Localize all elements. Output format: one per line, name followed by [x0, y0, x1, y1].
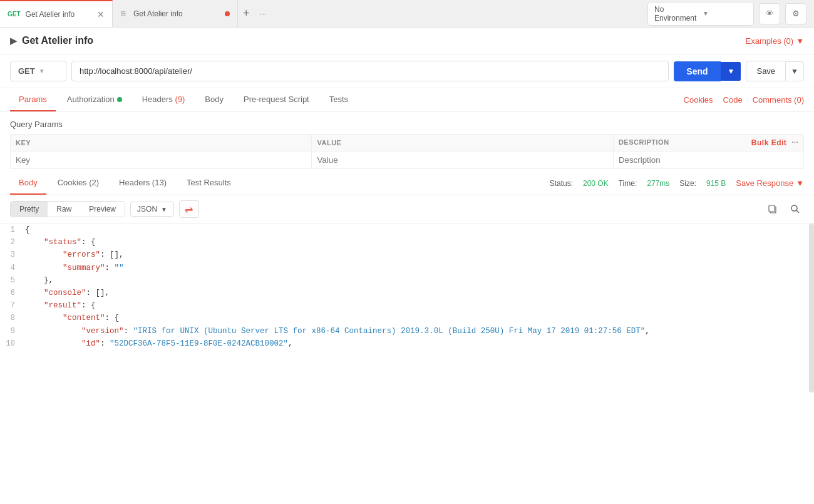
tab-tests[interactable]: Tests — [321, 88, 357, 111]
more-icon[interactable]: ··· — [791, 138, 798, 146]
chevron-down-icon: ▼ — [161, 206, 167, 213]
tab-spacer — [271, 0, 640, 27]
search-button[interactable] — [786, 200, 804, 218]
res-tab-test-results[interactable]: Test Results — [178, 172, 240, 195]
value-column-header: VALUE — [312, 135, 613, 152]
desc-cell[interactable] — [613, 152, 803, 169]
table-row — [11, 152, 804, 169]
raw-button[interactable]: Raw — [48, 202, 80, 217]
status-value: 200 OK — [583, 179, 609, 188]
wrap-button[interactable]: ⇌ — [179, 200, 199, 218]
json-label: JSON — [137, 205, 157, 213]
save-dropdown-button[interactable]: ▼ — [785, 61, 804, 81]
tab-more-button[interactable]: ··· — [255, 0, 272, 27]
preview-button[interactable]: Preview — [80, 202, 125, 217]
env-section: No Environment ▼ 👁 ⚙ — [640, 0, 814, 27]
send-button-group: Send ▼ — [674, 61, 741, 81]
time-value: 277ms — [647, 179, 669, 188]
save-button[interactable]: Save — [746, 61, 785, 81]
query-params-title: Query Params — [10, 120, 804, 129]
svg-line-3 — [796, 210, 799, 213]
value-input[interactable] — [317, 155, 607, 165]
eye-icon: 👁 — [766, 9, 774, 18]
time-label: Time: — [619, 179, 637, 188]
request-title-area: ▶ Get Atelier info — [10, 35, 93, 46]
bulk-edit-button[interactable]: Bulk Edit — [751, 138, 787, 147]
response-toolbar: Pretty Raw Preview JSON ▼ ⇌ — [0, 195, 814, 224]
res-tab-headers[interactable]: Headers (13) — [110, 172, 175, 195]
chevron-down-icon: ▼ — [796, 178, 804, 188]
tab-body[interactable]: Body — [196, 88, 232, 111]
response-tabs-nav: Body Cookies (2) Headers (13) Test Resul… — [0, 172, 814, 195]
save-response-label: Save Response — [736, 178, 793, 188]
code-line-4: 4 "summary": "" — [0, 262, 814, 274]
tab-params[interactable]: Params — [10, 88, 56, 111]
method-select[interactable]: GET ▼ — [10, 61, 66, 81]
tab-close-button[interactable]: ✕ — [97, 9, 105, 19]
tab-active-title: Get Atelier info — [26, 10, 92, 19]
examples-label: Examples (0) — [746, 36, 794, 46]
tab-authorization[interactable]: Authorization — [58, 88, 131, 111]
params-header-row: KEY VALUE DESCRIPTION ··· Bulk Edit — [11, 135, 804, 152]
code-link[interactable]: Code — [723, 95, 743, 105]
method-chevron-icon: ▼ — [39, 68, 45, 75]
tab-add-button[interactable]: + — [238, 0, 255, 27]
tab-active[interactable]: GET Get Atelier info ✕ — [0, 0, 113, 27]
save-button-group: Save ▼ — [746, 61, 804, 81]
code-line-3: 3 "errors": [], — [0, 249, 814, 261]
expand-arrow-icon[interactable]: ▶ — [10, 36, 17, 46]
search-icon — [790, 204, 800, 214]
key-cell[interactable] — [11, 152, 312, 169]
gear-button[interactable]: ⚙ — [785, 3, 806, 24]
url-bar: GET ▼ Send ▼ Save ▼ — [0, 54, 814, 88]
pretty-button[interactable]: Pretty — [11, 202, 48, 217]
res-tab-body[interactable]: Body — [10, 172, 46, 195]
query-params-section: Query Params KEY VALUE DESCRIPTION ··· B… — [0, 112, 814, 169]
format-group: Pretty Raw Preview — [10, 201, 125, 217]
desc-column-header: DESCRIPTION ··· Bulk Edit — [613, 135, 803, 152]
send-button[interactable]: Send — [674, 61, 720, 81]
chevron-down-icon: ▼ — [791, 67, 798, 76]
code-line-8: 8 "content": { — [0, 312, 814, 324]
toolbar-right — [764, 200, 804, 218]
tab-inactive[interactable]: ⊞ Get Atelier info — [113, 0, 238, 27]
request-tabs-nav: Params Authorization Headers (9) Body Pr… — [0, 88, 814, 112]
env-label: No Environment — [654, 5, 699, 23]
auth-active-dot — [117, 97, 122, 102]
code-line-2: 2 "status": { — [0, 236, 814, 249]
size-label: Size: — [679, 179, 696, 188]
eye-button[interactable]: 👁 — [759, 3, 780, 24]
svg-point-2 — [791, 205, 797, 211]
send-dropdown-button[interactable]: ▼ — [721, 62, 741, 81]
json-format-select[interactable]: JSON ▼ — [130, 202, 174, 217]
desc-header-label: DESCRIPTION — [619, 138, 669, 146]
res-tab-cookies[interactable]: Cookies (2) — [49, 172, 108, 195]
response-code-area[interactable]: 1 { 2 "status": { 3 "errors": [], 4 "sum… — [0, 224, 814, 393]
comments-link[interactable]: Comments (0) — [753, 95, 804, 105]
tab-inactive-icon: ⊞ — [120, 9, 126, 18]
examples-link[interactable]: Examples (0) ▼ — [746, 36, 804, 46]
tab-pre-request[interactable]: Pre-request Script — [235, 88, 318, 111]
cookies-link[interactable]: Cookies — [684, 95, 713, 105]
desc-input[interactable] — [619, 155, 798, 165]
response-status-section: Status: 200 OK Time: 277ms Size: 915 B S… — [550, 178, 804, 188]
copy-icon — [768, 204, 778, 214]
value-cell[interactable] — [312, 152, 613, 169]
env-dropdown[interactable]: No Environment ▼ — [647, 2, 754, 26]
params-table: KEY VALUE DESCRIPTION ··· Bulk Edit — [10, 134, 804, 169]
tab-method-badge: GET — [8, 11, 21, 18]
chevron-down-icon: ▼ — [703, 10, 747, 17]
copy-button[interactable] — [764, 200, 781, 218]
method-label: GET — [18, 66, 35, 76]
url-input[interactable] — [71, 61, 669, 81]
code-line-7: 7 "result": { — [0, 299, 814, 312]
save-response-button[interactable]: Save Response ▼ — [736, 178, 804, 188]
key-input[interactable] — [16, 155, 306, 165]
code-line-5: 5 }, — [0, 274, 814, 287]
code-line-1: 1 { — [0, 224, 814, 236]
chevron-down-icon: ▼ — [796, 36, 804, 46]
tab-headers[interactable]: Headers (9) — [133, 88, 194, 111]
scrollbar[interactable] — [809, 224, 814, 393]
tab-right-actions: Cookies Code Comments (0) — [684, 95, 804, 105]
tab-inactive-title: Get Atelier info — [133, 9, 220, 18]
